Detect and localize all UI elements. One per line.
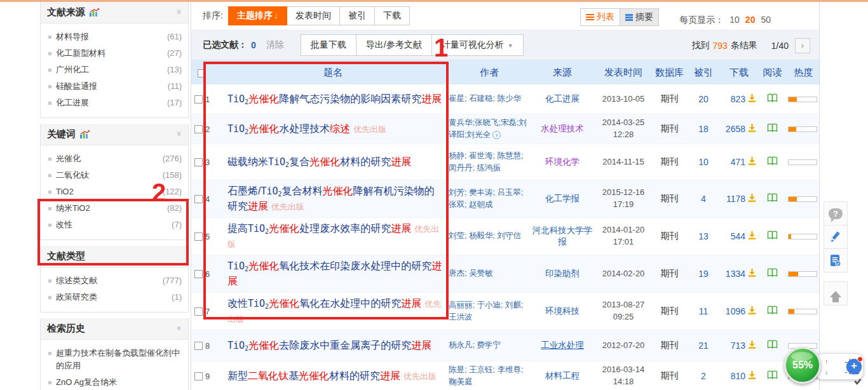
cited-count[interactable]: 19 [687, 269, 720, 279]
download-icon[interactable] [747, 123, 757, 133]
sort-button-2[interactable]: 被引 [340, 6, 375, 25]
collapse-chevron-icon[interactable]: » [175, 10, 184, 14]
cited-count[interactable]: 2 [687, 371, 720, 381]
authors-cell[interactable]: 刘芳; 樊丰涛; 吕玉翠; 张双; 赵朝成 [449, 187, 530, 212]
row-checkbox[interactable] [194, 125, 203, 133]
row-checkbox[interactable] [194, 195, 203, 203]
read-book-icon[interactable] [767, 268, 778, 277]
authors-cell[interactable]: 高丽丽; 于小迪; 刘麒; 王洪波 [449, 299, 530, 324]
collapse-chevron-icon[interactable]: » [175, 326, 184, 330]
sidebar-filter-item[interactable]: 二氧化钛(158) [47, 167, 182, 184]
download-icon[interactable] [747, 193, 757, 203]
read-book-icon[interactable] [767, 156, 778, 165]
result-title-link[interactable]: 磁载纳米TiO2复合光催化材料的研究进展 [217, 151, 449, 173]
download-icon[interactable] [747, 340, 757, 349]
read-book-icon[interactable] [767, 93, 778, 102]
download-progress-circle[interactable]: 55% [784, 347, 821, 384]
source-link[interactable]: 环境化学 [530, 156, 595, 168]
authors-cell[interactable]: 杨永凡; 费学宁 [449, 339, 530, 351]
source-link[interactable]: 印染助剂 [530, 268, 595, 279]
expand-authors-icon[interactable]: › [492, 131, 501, 139]
authors-cell[interactable]: 刘莹; 杨毅华; 刘守信 [449, 230, 530, 242]
cited-count[interactable]: 11 [687, 306, 720, 316]
result-title-link[interactable]: 石墨烯/TiO2复合材料光催化降解有机污染物的研究进展优先出版 [217, 180, 449, 217]
row-checkbox[interactable] [194, 372, 203, 380]
authors-cell[interactable]: 崔星; 石建稳; 陈少华 [449, 93, 530, 105]
sort-button-3[interactable]: 下载 [375, 6, 410, 25]
cited-count[interactable]: 18 [687, 124, 720, 134]
source-link[interactable]: 工业水处理 [530, 340, 595, 351]
feedback-button[interactable] [824, 225, 848, 249]
sidebar-filter-item[interactable]: 硅酸盐通报(11) [47, 78, 182, 95]
result-title-link[interactable]: 新型二氧化钛基光催化材料的研究进展优先出版 [217, 365, 449, 387]
help-button[interactable]: ? [824, 201, 848, 225]
source-link[interactable]: 化工进展 [530, 93, 595, 105]
view-toggle-abstract[interactable]: 摘要 [620, 9, 658, 25]
row-checkbox[interactable] [194, 158, 203, 166]
next-page-button[interactable]: › [795, 38, 810, 53]
sidebar-filter-item[interactable]: 综述类文献(777) [47, 272, 182, 289]
sort-button-0[interactable]: 主题排序↓ [228, 6, 287, 25]
row-checkbox[interactable] [194, 270, 203, 278]
result-title-link[interactable]: TiO2光催化水处理技术综述优先出版 [217, 118, 449, 140]
sort-button-1[interactable]: 发表时间 [287, 6, 340, 25]
authors-cell[interactable]: 黄兵华;张晓飞;宋磊;刘译阳;刘光全› [449, 117, 530, 142]
sidebar-filter-item[interactable]: ZnO Ag复合纳米 [47, 374, 182, 390]
sidebar-filter-item[interactable]: 改性(7) [47, 217, 182, 233]
result-title-link[interactable]: 提高TiO2光催化处理废水效率的研究进展优先出版 [217, 218, 449, 255]
sidebar-filter-item[interactable]: 纳米TiO2(82) [47, 200, 182, 217]
per-page-option-20[interactable]: 20 [745, 15, 756, 25]
view-toggle-list[interactable]: 列表 [581, 9, 620, 25]
sidebar-filter-item[interactable]: 政策研究类(1) [47, 289, 182, 306]
authors-cell[interactable]: 陈昱; 王京钰; 李维尊; 鞠美庭 [449, 364, 530, 389]
row-checkbox[interactable] [194, 307, 203, 316]
action-button-2[interactable]: 计量可视化分析▼ [432, 34, 524, 56]
per-page-option-10[interactable]: 10 [729, 15, 740, 25]
download-icon[interactable] [747, 156, 757, 166]
source-link[interactable]: 化工学报 [530, 193, 595, 205]
authors-cell[interactable]: 唐杰; 吴赞敏 [449, 267, 530, 279]
download-icon[interactable] [747, 306, 757, 315]
row-checkbox[interactable] [194, 232, 203, 241]
source-link[interactable]: 河北科技大学学报 [530, 225, 595, 248]
survey-button[interactable] [824, 248, 848, 272]
read-book-icon[interactable] [767, 231, 778, 239]
read-book-icon[interactable] [767, 193, 778, 202]
download-icon[interactable] [747, 231, 757, 240]
cited-count[interactable]: 10 [687, 157, 720, 167]
download-icon[interactable] [747, 370, 757, 380]
row-checkbox[interactable] [194, 342, 203, 350]
read-book-icon[interactable] [767, 123, 778, 132]
download-icon[interactable] [747, 268, 757, 278]
sidebar-filter-item[interactable]: 广州化工(13) [47, 62, 182, 78]
cited-count[interactable]: 21 [687, 340, 720, 351]
source-link[interactable]: 环境科技 [530, 306, 595, 317]
cited-count[interactable]: 20 [687, 94, 720, 104]
source-link[interactable]: 水处理技术 [530, 123, 595, 135]
sidebar-filter-item[interactable]: 材料导报(61) [47, 29, 182, 45]
read-book-icon[interactable] [767, 340, 778, 349]
back-to-top-button[interactable] [824, 281, 848, 306]
clear-selection-link[interactable]: 清除 [266, 39, 284, 51]
per-page-option-50[interactable]: 50 [761, 15, 771, 25]
result-title-link[interactable]: TiO2光催化氧化技术在印染废水处理中的研究进展 [217, 255, 449, 292]
collapse-chevron-icon[interactable]: » [175, 131, 184, 136]
download-icon[interactable] [747, 93, 757, 103]
action-button-1[interactable]: 导出/参考文献 [356, 34, 432, 56]
sidebar-filter-item[interactable]: 化工新型材料(27) [47, 45, 182, 62]
read-book-icon[interactable] [767, 306, 778, 314]
action-button-0[interactable]: 批量下载 [301, 34, 356, 56]
sidebar-filter-item[interactable]: 超重力技术在制备负载型催化剂中的应用 [47, 345, 182, 374]
row-checkbox[interactable] [194, 95, 203, 104]
source-link[interactable]: 材料工程 [530, 370, 595, 382]
read-book-icon[interactable] [767, 370, 778, 379]
result-title-link[interactable]: TiO2光催化降解气态污染物的影响因素研究进展 [217, 88, 449, 110]
sidebar-filter-item[interactable]: TiO2(122) [47, 184, 182, 200]
sidebar-filter-item[interactable]: 光催化(276) [47, 151, 182, 167]
cited-count[interactable]: 13 [687, 231, 720, 241]
sidebar-filter-item[interactable]: 化工进展(17) [47, 95, 182, 111]
select-all-checkbox[interactable] [198, 69, 206, 77]
authors-cell[interactable]: 杨静; 崔世海; 陈慧慧; 闵丹丹; 练鸿振 [449, 150, 530, 175]
result-title-link[interactable]: TiO2光催化去除废水中重金属离子的研究进展 [217, 335, 449, 356]
result-title-link[interactable]: 改性TiO2光催化氧化在水处理中的研究进展优先出版 [217, 293, 449, 330]
